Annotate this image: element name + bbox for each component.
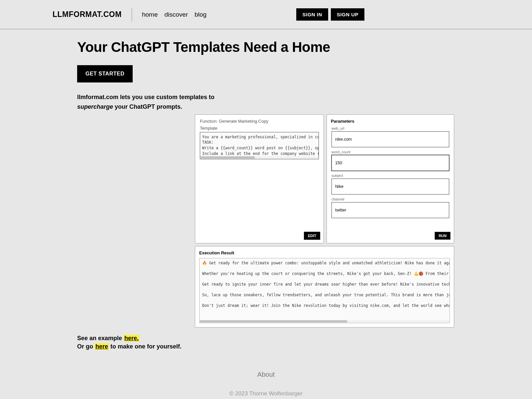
tagline-prefix: llmformat.com lets you use custom templa… — [77, 94, 214, 100]
edit-button[interactable]: EDIT — [304, 232, 320, 240]
template-scrollbar[interactable] — [200, 156, 318, 159]
function-panel: Function: Generate Marketing Copy Templa… — [195, 114, 324, 243]
tagline: llmformat.com lets you use custom templa… — [77, 92, 250, 112]
run-button[interactable]: RUN — [435, 232, 451, 240]
tagline-suffix: your ChatGPT prompts. — [113, 103, 182, 110]
or-go-text: Or go — [77, 343, 95, 350]
create-link[interactable]: here — [95, 343, 109, 350]
template-label: Template — [200, 126, 319, 131]
param-subject-input[interactable] — [332, 179, 449, 195]
param-web-url-input[interactable] — [332, 131, 449, 147]
site-logo[interactable]: LLMFORMAT.COM — [53, 10, 122, 19]
auth-buttons: SIGN IN SIGN UP — [296, 8, 364, 21]
footer-copyright: © 2023 Thorne Wolfenbarger — [77, 390, 455, 397]
signup-button[interactable]: SIGN UP — [331, 8, 364, 21]
function-title: Function: Generate Marketing Copy — [200, 119, 319, 124]
result-scrollbar-thumb[interactable] — [200, 320, 347, 323]
param-channel-label: channel — [332, 197, 449, 201]
result-textarea[interactable]: 🔥 Get ready for the ultimate power combo… — [199, 258, 450, 323]
see-example-line: See an example here. — [77, 334, 455, 342]
footer-about-link[interactable]: About — [77, 371, 455, 378]
tagline-emphasis: supercharge — [77, 103, 113, 110]
result-text: 🔥 Get ready for the ultimate power combo… — [202, 261, 450, 308]
nav-home[interactable]: home — [142, 11, 158, 18]
main-content: Your ChatGPT Templates Need a Home GET S… — [0, 29, 532, 397]
result-title: Execution Result — [199, 250, 450, 255]
parameters-panel: Parameters web_url word_count subject ch… — [327, 114, 454, 243]
footer: About © 2023 Thorne Wolfenbarger — [77, 371, 455, 397]
bottom-links: See an example here. Or go here to make … — [77, 334, 455, 351]
param-channel-group: channel — [331, 197, 450, 218]
param-subject-label: subject — [332, 174, 449, 178]
nav-discover[interactable]: discover — [164, 11, 188, 18]
or-go-suffix: to make one for yourself. — [110, 343, 182, 350]
header: LLMFORMAT.COM home discover blog SIGN IN… — [0, 0, 532, 29]
get-started-button[interactable]: GET STARTED — [77, 65, 133, 82]
param-word-count-label: word_count — [332, 150, 449, 154]
param-web-url-group: web_url — [331, 126, 450, 147]
template-text: You are a marketing professional, specia… — [202, 135, 319, 156]
page-headline: Your ChatGPT Templates Need a Home — [77, 39, 455, 55]
main-nav: home discover blog — [142, 11, 206, 18]
param-word-count-input[interactable] — [332, 155, 449, 171]
result-scrollbar[interactable] — [200, 320, 449, 323]
or-go-line: Or go here to make one for yourself. — [77, 342, 455, 351]
parameters-title: Parameters — [331, 119, 450, 124]
see-example-text: See an example — [77, 335, 124, 341]
template-textarea[interactable]: You are a marketing professional, specia… — [200, 132, 319, 159]
param-subject-group: subject — [331, 174, 450, 195]
example-link[interactable]: here. — [124, 335, 139, 341]
demo-container: Function: Generate Marketing Copy Templa… — [195, 114, 454, 328]
param-web-url-label: web_url — [332, 126, 449, 130]
template-scrollbar-thumb[interactable] — [200, 156, 255, 159]
param-channel-input[interactable] — [332, 202, 449, 218]
header-divider — [132, 8, 132, 22]
demo-top-row: Function: Generate Marketing Copy Templa… — [195, 114, 454, 243]
signin-button[interactable]: SIGN IN — [296, 8, 328, 21]
param-word-count-group: word_count — [331, 150, 450, 171]
nav-blog[interactable]: blog — [195, 11, 206, 18]
result-panel: Execution Result 🔥 Get ready for the ult… — [195, 246, 454, 328]
